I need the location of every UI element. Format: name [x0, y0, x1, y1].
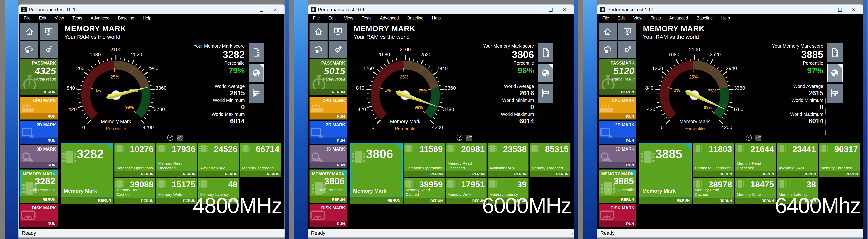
gauge-view-icon[interactable]	[167, 134, 174, 141]
settings-button[interactable]: ⚙⚙	[40, 41, 58, 58]
memory-mark-tile-selected[interactable]: MEMORY MARK 3806 96th Percentile RERUN	[310, 170, 347, 203]
main-rerun-button[interactable]: RERUN	[639, 197, 692, 204]
menu-baseline[interactable]: Baseline	[403, 15, 428, 21]
home-button[interactable]	[310, 23, 328, 40]
memory-rerun-button[interactable]: RERUN	[599, 196, 636, 203]
menu-tests[interactable]: Tests	[68, 15, 87, 21]
rerun-button[interactable]: RERUN	[115, 171, 155, 177]
3d-run-button[interactable]: RUN	[310, 162, 347, 168]
rerun-button[interactable]: RERUN	[777, 171, 818, 177]
memory-read-cached-tile[interactable]: 38959 Memory Read Cached RERUN	[404, 178, 444, 204]
menu-advanced[interactable]: Advanced	[376, 15, 403, 21]
menu-tests[interactable]: Tests	[358, 15, 376, 21]
menu-view[interactable]: View	[51, 15, 68, 21]
2d-mark-tile[interactable]: 2D MARK RUN	[310, 121, 347, 144]
minimize-button[interactable]: –	[819, 6, 833, 13]
passmark-rerun-button[interactable]: RERUN	[599, 89, 636, 95]
cpu-run-button[interactable]: RUN	[310, 113, 347, 120]
memory-mark-tile-selected[interactable]: MEMORY MARK 3282 79th Percentile RERUN	[20, 170, 58, 203]
settings-button[interactable]: ⚙⚙	[329, 41, 347, 58]
passmark-tile[interactable]: PASSMARK 5120 Partial result RERUN	[599, 59, 636, 95]
2d-mark-tile[interactable]: 2D MARK RUN	[20, 121, 58, 144]
cpu-mark-tile[interactable]: CPU MARK RUN	[20, 97, 58, 120]
2d-run-button[interactable]: RUN	[310, 138, 347, 144]
passmark-tile[interactable]: PASSMARK 5015 Partial result RERUN	[310, 59, 347, 95]
available-ram-tile[interactable]: 23441 Available RAM RERUN	[777, 143, 818, 177]
menu-baseline[interactable]: Baseline	[114, 15, 138, 21]
menu-file[interactable]: File	[598, 15, 613, 21]
disk-mark-tile[interactable]: DISK MARK RUN	[20, 204, 58, 227]
memory-write-tile[interactable]: 18475 Memory Write RERUN	[735, 178, 776, 204]
menu-help[interactable]: Help	[138, 15, 155, 21]
menu-file[interactable]: File	[309, 15, 324, 21]
report-button[interactable]	[827, 43, 843, 62]
baseline-hardware-button[interactable]	[827, 84, 843, 103]
resize-grip[interactable]	[280, 233, 284, 236]
resize-grip[interactable]	[859, 233, 862, 236]
home-button[interactable]	[599, 23, 617, 40]
database-operations-tile[interactable]: 11569 Database Operations RERUN	[404, 143, 444, 177]
disk-mark-tile[interactable]: DISK MARK RUN	[310, 204, 347, 227]
gauge-view-icon[interactable]	[745, 134, 752, 141]
resize-grip[interactable]	[570, 233, 573, 236]
disk-run-button[interactable]: RUN	[310, 220, 347, 227]
disk-run-button[interactable]: RUN	[20, 220, 58, 227]
rerun-button[interactable]: RERUN	[404, 198, 444, 204]
disk-run-button[interactable]: RUN	[599, 220, 636, 227]
close-button[interactable]: ×	[268, 6, 282, 13]
system-info-button[interactable]	[329, 23, 347, 40]
memory-threaded-tile[interactable]: 90317 Memory Threaded RERUN	[819, 143, 860, 177]
memory-threaded-tile[interactable]: 85315 Memory Threaded RERUN	[530, 143, 570, 177]
2d-run-button[interactable]: RUN	[20, 138, 58, 144]
menu-edit[interactable]: Edit	[35, 15, 51, 21]
cpu-run-button[interactable]: RUN	[20, 113, 58, 120]
home-button[interactable]	[20, 23, 38, 40]
memory-read-uncached-tile[interactable]: 21644 Memory Read Uncached RERUN	[735, 143, 776, 177]
3d-run-button[interactable]: RUN	[20, 162, 58, 168]
3d-mark-tile[interactable]: 3D MARK RUN	[310, 145, 347, 168]
cpu-mark-tile[interactable]: CPU MARK RUN	[599, 97, 636, 120]
menu-view[interactable]: View	[340, 15, 358, 21]
rerun-button[interactable]: RERUN	[735, 171, 776, 177]
minimize-button[interactable]: –	[241, 6, 255, 13]
memory-mark-result-tile[interactable]: 3282 Memory Mark RERUN	[61, 143, 113, 204]
main-rerun-button[interactable]: RERUN	[61, 197, 113, 204]
maximize-button[interactable]: □	[544, 6, 558, 13]
memory-mark-result-tile[interactable]: 3885 Memory Mark RERUN	[639, 143, 692, 204]
settings-button[interactable]: ⚙⚙	[618, 41, 636, 58]
rerun-button[interactable]: RERUN	[446, 198, 487, 204]
world-results-button[interactable]	[538, 64, 553, 82]
report-button[interactable]	[538, 43, 553, 62]
passmark-rerun-button[interactable]: RERUN	[310, 89, 347, 95]
memory-write-tile[interactable]: 17951 Memory Write RERUN	[446, 178, 487, 204]
rerun-button[interactable]: RERUN	[446, 171, 487, 177]
rerun-button[interactable]: RERUN	[198, 171, 239, 177]
menu-advanced[interactable]: Advanced	[665, 15, 692, 21]
menu-baseline[interactable]: Baseline	[692, 15, 717, 21]
memory-rerun-button[interactable]: RERUN	[310, 196, 347, 203]
gauge-view-icon[interactable]	[456, 134, 463, 141]
rerun-button[interactable]: RERUN	[488, 171, 528, 177]
memory-mark-result-tile[interactable]: 3806 Memory Mark RERUN	[350, 143, 403, 204]
3d-mark-tile[interactable]: 3D MARK RUN	[599, 145, 636, 168]
rerun-button[interactable]: RERUN	[404, 171, 444, 177]
2d-mark-tile[interactable]: 2D MARK RUN	[599, 121, 636, 144]
menu-edit[interactable]: Edit	[613, 15, 629, 21]
system-info-button[interactable]	[40, 23, 58, 40]
menu-tests[interactable]: Tests	[647, 15, 665, 21]
baseline-hardware-button[interactable]	[249, 84, 264, 103]
disk-mark-tile[interactable]: DISK MARK RUN	[599, 204, 636, 227]
memory-read-cached-tile[interactable]: 39088 Memory Read Cached RERUN	[115, 178, 155, 204]
passmark-rerun-button[interactable]: RERUN	[20, 89, 58, 95]
report-button[interactable]	[249, 43, 264, 62]
memory-read-uncached-tile[interactable]: 17936 Memory Read Uncached RERUN	[156, 143, 197, 177]
cloud-database-button[interactable]	[20, 41, 38, 58]
cloud-database-button[interactable]	[310, 41, 328, 58]
rerun-button[interactable]: RERUN	[115, 198, 155, 204]
cloud-database-button[interactable]	[599, 41, 617, 58]
3d-run-button[interactable]: RUN	[599, 162, 636, 168]
cpu-run-button[interactable]: RUN	[599, 113, 636, 120]
available-ram-tile[interactable]: 24526 Available RAM RERUN	[198, 143, 239, 177]
menu-file[interactable]: File	[20, 15, 35, 21]
database-operations-tile[interactable]: 11803 Database Operations RERUN	[693, 143, 734, 177]
